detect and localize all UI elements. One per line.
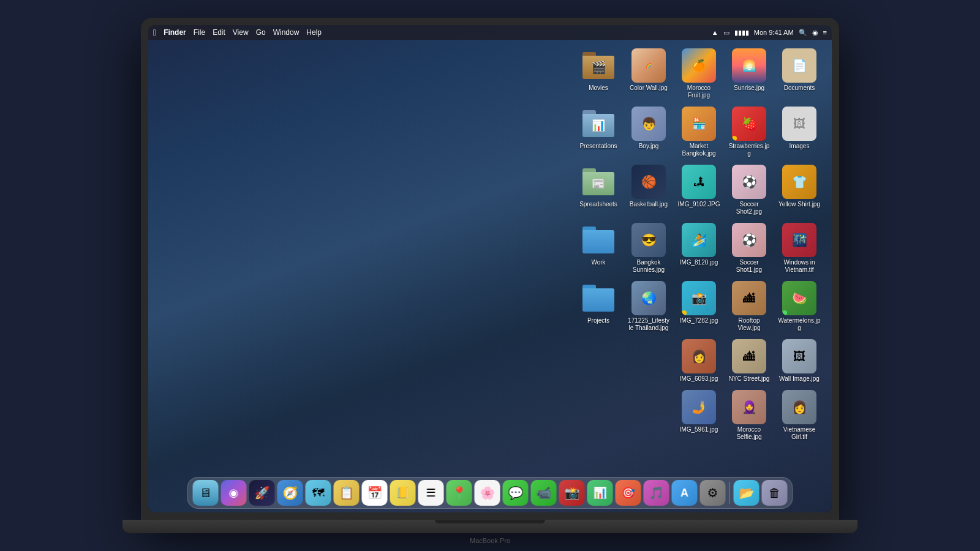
menubar-finder[interactable]: Finder [164,28,186,37]
laptop-hinge [435,520,545,523]
file-boy-label: Boy.jpg [639,143,659,150]
file-img5961-label: IMG_5961.jpg [680,426,718,433]
file-img6093-label: IMG_6093.jpg [680,375,718,383]
file-yellow-shirt[interactable]: 👕 Yellow Shirt.jpg [775,162,823,218]
file-vietnamese-girl-label: Vietnamese Girl.tif [778,426,821,441]
file-windows-vietnam[interactable]: 🌃 Windows in Vietnam.tif [775,220,823,276]
strawberries-status-dot [732,136,737,141]
file-morocco-selfie-label: Morocco Selfie.jpg [728,426,771,441]
dock-calendar[interactable]: 📅 [362,480,388,506]
file-img6093[interactable]: 👩 IMG_6093.jpg [675,337,723,385]
menubar-view[interactable]: View [233,28,249,37]
file-market-bangkok-label: Market Bangkok.jpg [677,143,720,157]
file-morocco-selfie[interactable]: 🧕 Morocco Selfie.jpg [725,388,773,443]
img7282-status-dot [682,310,687,315]
dock-keynote[interactable]: 🎯 [616,480,641,506]
dock-photo-booth[interactable]: 📸 [559,480,585,506]
watermelons-status-dot [782,310,787,315]
file-watermelons-label: Watermelons.jpg [778,317,821,332]
folder-movies-label: Movies [589,84,608,92]
dock-photos[interactable]: 🌸 [475,480,500,506]
file-img9102-label: IMG_9102.JPG [678,201,720,208]
dock-reminders[interactable]: ☰ [418,480,444,506]
file-img7282-label: IMG_7282.jpg [680,317,718,324]
file-documents[interactable]: 📄 Documents [775,46,823,102]
file-nyc-street[interactable]: 🏙 NYC Street.jpg [725,337,773,385]
file-morocco-fruit-label: Morocco Fruit.jpg [677,84,720,99]
folder-spreadsheets[interactable]: 📰 Spreadsheets [575,162,622,218]
file-basketball[interactable]: 🏀 Basketball.jpg [625,162,673,218]
file-wall-image-label: Wall Image.jpg [779,375,820,383]
folder-presentations[interactable]: 📊 Presentations [575,104,622,160]
file-morocco-fruit[interactable]: 🍊 Morocco Fruit.jpg [675,46,723,102]
menubar-go[interactable]: Go [256,28,266,37]
file-sunrise[interactable]: 🌅 Sunrise.jpg [725,46,773,102]
dock-trash[interactable]: 🗑 [762,480,788,506]
dock-airdrop[interactable]: 📂 [734,480,760,506]
folder-images-label: Images [790,143,810,150]
apple-logo-icon[interactable]:  [153,28,156,37]
file-nyc-street-label: NYC Street.jpg [729,375,770,383]
file-soccer-shot2[interactable]: ⚽ Soccer Shot2.jpg [725,162,773,218]
file-watermelons[interactable]: 🍉 Watermelons.jpg [775,279,823,334]
menubar-right: ▲ ▭ ▮▮▮▮ Mon 9:41 AM 🔍 ◉ ≡ [712,29,827,37]
dock-sysprefs[interactable]: ⚙ [700,480,726,506]
file-basketball-label: Basketball.jpg [630,201,668,208]
battery-icon[interactable]: ▮▮▮▮ [734,29,749,37]
screen-bezel:  Finder File Edit View Go Window Help ▲… [148,25,832,512]
dock-notes[interactable]: 📋 [334,480,360,506]
file-documents-label: Documents [784,84,815,92]
folder-projects-label: Projects [587,317,609,324]
dock-launchpad[interactable]: 🚀 [249,480,275,506]
file-boy[interactable]: 👦 Boy.jpg [625,104,673,160]
menubar-help[interactable]: Help [306,28,322,37]
dock-messages[interactable]: 💬 [503,480,529,506]
dock-maps-app[interactable]: 🗺 [306,480,331,506]
menubar-file[interactable]: File [194,28,205,37]
file-thailand[interactable]: 🌏 171225_Lifestyle Thailand.jpg [625,279,673,334]
file-soccer-shot1[interactable]: ⚽ Soccer Shot1.jpg [725,220,773,276]
file-img9102[interactable]: 🏞 IMG_9102.JPG [675,162,723,218]
folder-projects[interactable]: Projects [575,279,622,334]
dock-maps2[interactable]: 📍 [447,480,472,506]
folder-work[interactable]: Work [575,220,622,276]
file-strawberries-label: Strawberries.jpg [728,143,771,157]
folder-images[interactable]: 🖼 Images [775,104,823,160]
siri-icon[interactable]: ◉ [812,29,818,37]
menu-icon[interactable]: ≡ [823,29,827,36]
dock-finder[interactable]: 🖥 [193,480,219,506]
display-icon[interactable]: ▭ [723,29,729,37]
menubar-left:  Finder File Edit View Go Window Help [153,28,712,37]
file-strawberries[interactable]: 🍓 Strawberries.jpg [725,104,773,160]
dock-numbers[interactable]: 📊 [587,480,613,506]
menubar:  Finder File Edit View Go Window Help ▲… [148,25,832,40]
dock-stickies[interactable]: 📒 [390,480,416,506]
file-thailand-label: 171225_Lifestyle Thailand.jpg [627,317,670,332]
file-sunrise-label: Sunrise.jpg [734,84,764,92]
file-bangkok-sunnies[interactable]: 😎 Bangkok Sunnies.jpg [625,220,673,276]
file-img7282[interactable]: 📸 IMG_7282.jpg [675,279,723,334]
folder-movies[interactable]: 🎬 Movies [575,46,622,102]
file-rooftop[interactable]: 🏙 Rooftop View.jpg [725,279,773,334]
dock-separator [729,482,730,504]
dock-siri[interactable]: ◉ [221,480,247,506]
menubar-edit[interactable]: Edit [213,28,225,37]
file-vietnamese-girl[interactable]: 👩 Vietnamese Girl.tif [775,388,823,443]
menubar-window[interactable]: Window [273,28,300,37]
dock-safari[interactable]: 🧭 [277,480,303,506]
screen-housing:  Finder File Edit View Go Window Help ▲… [141,18,839,520]
dock: 🖥 ◉ 🚀 🧭 🗺 📋 [187,477,793,509]
file-bangkok-sunnies-label: Bangkok Sunnies.jpg [627,259,670,274]
dock-appstore[interactable]: A [672,480,698,506]
file-color-wall[interactable]: 🌈 Color Wall.jpg [625,46,673,102]
wifi-icon[interactable]: ▲ [712,29,718,36]
file-market-bangkok[interactable]: 🏪 Market Bangkok.jpg [675,104,723,160]
file-rooftop-label: Rooftop View.jpg [728,317,771,332]
file-img8120[interactable]: 🏄 IMG_8120.jpg [675,220,723,276]
file-yellow-shirt-label: Yellow Shirt.jpg [778,201,820,208]
file-img5961[interactable]: 🤳 IMG_5961.jpg [675,388,723,443]
file-wall-image[interactable]: 🖼 Wall Image.jpg [775,337,823,385]
search-icon[interactable]: 🔍 [799,29,807,37]
dock-facetime[interactable]: 📹 [531,480,557,506]
dock-itunes[interactable]: 🎵 [644,480,669,506]
